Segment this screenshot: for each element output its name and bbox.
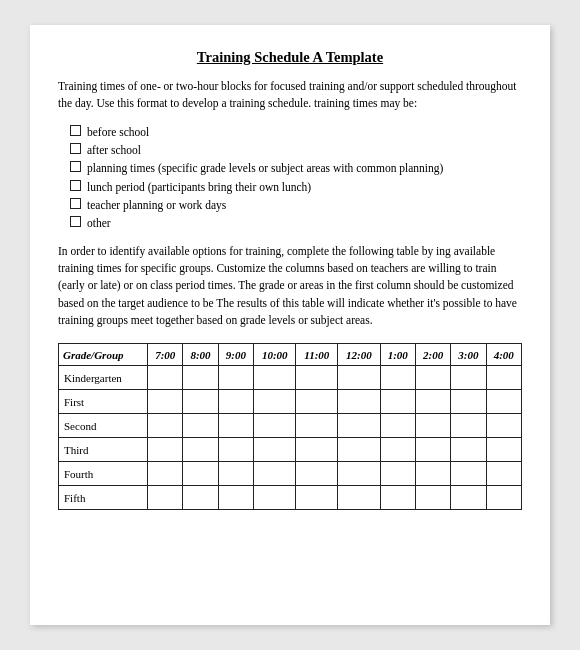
table-header-cell: 7:00 xyxy=(148,344,183,366)
table-cell xyxy=(451,486,486,510)
checklist-item-label: other xyxy=(87,214,111,232)
table-cell xyxy=(183,414,218,438)
table-cell xyxy=(183,390,218,414)
table-cell xyxy=(380,462,415,486)
table-cell xyxy=(296,486,338,510)
table-cell xyxy=(380,438,415,462)
table-row: Second xyxy=(59,414,522,438)
checklist-item-label: teacher planning or work days xyxy=(87,196,226,214)
table-cell xyxy=(296,462,338,486)
schedule-table: Grade/Group7:008:009:0010:0011:0012:001:… xyxy=(58,343,522,510)
intro-paragraph: Training times of one- or two-hour block… xyxy=(58,78,522,113)
table-cell xyxy=(338,414,380,438)
body-paragraph: In order to identify available options f… xyxy=(58,243,522,329)
table-cell xyxy=(148,390,183,414)
table-cell xyxy=(338,390,380,414)
table-cell xyxy=(415,414,450,438)
table-cell xyxy=(148,366,183,390)
table-cell xyxy=(415,462,450,486)
checklist-item: lunch period (participants bring their o… xyxy=(70,178,522,196)
table-cell xyxy=(254,414,296,438)
table-cell xyxy=(338,366,380,390)
table-cell xyxy=(296,366,338,390)
table-cell xyxy=(183,366,218,390)
table-cell xyxy=(415,486,450,510)
checklist: before schoolafter schoolplanning times … xyxy=(70,123,522,233)
table-header-cell: 3:00 xyxy=(451,344,486,366)
table-cell xyxy=(218,462,253,486)
checklist-item-label: lunch period (participants bring their o… xyxy=(87,178,311,196)
table-cell xyxy=(380,414,415,438)
table-cell xyxy=(486,462,521,486)
table-cell xyxy=(380,486,415,510)
table-cell xyxy=(486,390,521,414)
table-cell xyxy=(254,366,296,390)
table-header-cell: Grade/Group xyxy=(59,344,148,366)
table-header-cell: 4:00 xyxy=(486,344,521,366)
checkbox-icon xyxy=(70,216,81,227)
checkbox-icon xyxy=(70,143,81,154)
table-cell xyxy=(148,486,183,510)
table-cell xyxy=(218,438,253,462)
table-body: KindergartenFirstSecondThirdFourthFifth xyxy=(59,366,522,510)
table-header-cell: 11:00 xyxy=(296,344,338,366)
table-header-cell: 2:00 xyxy=(415,344,450,366)
table-cell xyxy=(338,486,380,510)
table-cell xyxy=(338,438,380,462)
table-cell xyxy=(183,486,218,510)
table-cell xyxy=(148,414,183,438)
table-header-cell: 10:00 xyxy=(254,344,296,366)
table-cell xyxy=(338,462,380,486)
table-cell xyxy=(451,390,486,414)
table-header-cell: 9:00 xyxy=(218,344,253,366)
checklist-item: planning times (specific grade levels or… xyxy=(70,159,522,177)
table-cell xyxy=(218,366,253,390)
checkbox-icon xyxy=(70,125,81,136)
table-row: First xyxy=(59,390,522,414)
table-cell xyxy=(451,438,486,462)
checkbox-icon xyxy=(70,180,81,191)
table-cell xyxy=(415,438,450,462)
table-cell xyxy=(486,366,521,390)
table-cell xyxy=(254,438,296,462)
table-cell xyxy=(254,486,296,510)
table-cell xyxy=(380,366,415,390)
table-cell xyxy=(183,438,218,462)
table-cell xyxy=(415,390,450,414)
checklist-item-label: after school xyxy=(87,141,141,159)
checklist-item: teacher planning or work days xyxy=(70,196,522,214)
table-row-label: Fifth xyxy=(59,486,148,510)
table-cell xyxy=(451,462,486,486)
table-row-label: Fourth xyxy=(59,462,148,486)
table-row: Fifth xyxy=(59,486,522,510)
document-title: Training Schedule A Template xyxy=(58,49,522,66)
checkbox-icon xyxy=(70,161,81,172)
table-cell xyxy=(296,438,338,462)
checklist-item-label: planning times (specific grade levels or… xyxy=(87,159,443,177)
table-cell xyxy=(183,462,218,486)
table-row-label: Third xyxy=(59,438,148,462)
table-cell xyxy=(254,390,296,414)
table-cell xyxy=(451,366,486,390)
table-header-cell: 1:00 xyxy=(380,344,415,366)
table-header-cell: 8:00 xyxy=(183,344,218,366)
table-row-label: Kindergarten xyxy=(59,366,148,390)
table-cell xyxy=(380,390,415,414)
table-cell xyxy=(296,414,338,438)
table-cell xyxy=(486,414,521,438)
table-cell xyxy=(218,486,253,510)
checklist-item: other xyxy=(70,214,522,232)
table-cell xyxy=(415,366,450,390)
table-row: Third xyxy=(59,438,522,462)
table-cell xyxy=(254,462,296,486)
document-page: Training Schedule A Template Training ti… xyxy=(30,25,550,625)
table-cell xyxy=(486,486,521,510)
table-cell xyxy=(148,462,183,486)
table-row: Fourth xyxy=(59,462,522,486)
checkbox-icon xyxy=(70,198,81,209)
table-cell xyxy=(451,414,486,438)
table-cell xyxy=(486,438,521,462)
table-header-cell: 12:00 xyxy=(338,344,380,366)
table-header-row: Grade/Group7:008:009:0010:0011:0012:001:… xyxy=(59,344,522,366)
table-cell xyxy=(148,438,183,462)
